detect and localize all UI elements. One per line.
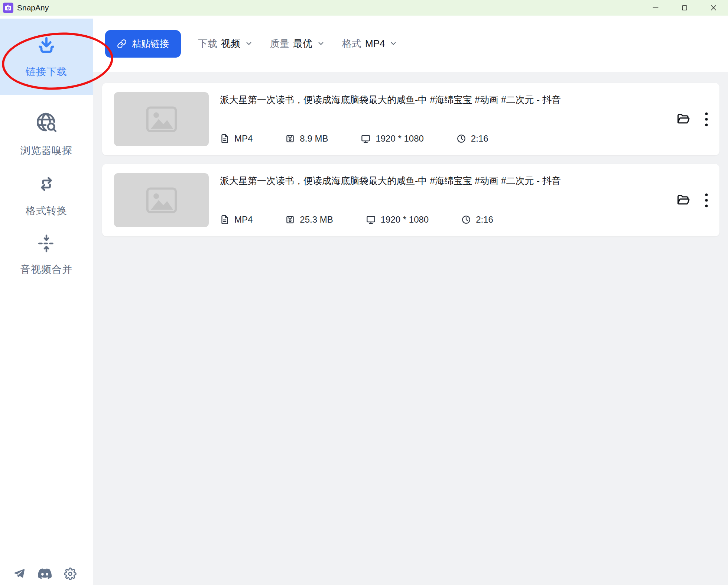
size-meta: 8.9 MB xyxy=(285,133,328,144)
sidebar: 链接下载 浏览器嗅探 xyxy=(0,16,93,585)
size-meta: 25.3 MB xyxy=(285,214,333,225)
format-value: MP4 xyxy=(234,133,253,144)
format-dropdown[interactable]: 格式 MP4 xyxy=(342,37,397,50)
sidebar-item-format-convert[interactable]: 格式转换 xyxy=(0,173,93,217)
main-layout: 链接下载 浏览器嗅探 xyxy=(0,16,728,585)
download-title: 派大星第一次读书，便读成海底脑袋最大的咸鱼-中 #海绵宝宝 #动画 #二次元 -… xyxy=(220,94,671,106)
card-actions xyxy=(677,111,708,127)
link-download-icon xyxy=(36,35,57,58)
quality-dropdown[interactable]: 质量 最优 xyxy=(270,37,325,50)
chevron-down-icon xyxy=(317,39,325,50)
resolution-meta: 1920 * 1080 xyxy=(366,214,429,225)
resolution-value: 1920 * 1080 xyxy=(381,214,429,225)
download-meta: MP4 8.9 MB xyxy=(220,133,671,144)
window-controls xyxy=(641,0,728,16)
minimize-button[interactable] xyxy=(641,0,670,16)
chevron-down-icon xyxy=(245,39,253,50)
download-card: 派大星第一次读书，便读成海底脑袋最大的咸鱼-中 #海绵宝宝 #动画 #二次元 -… xyxy=(102,164,719,236)
paste-link-button[interactable]: 粘贴链接 xyxy=(105,30,181,58)
sidebar-item-label: 链接下载 xyxy=(26,65,67,78)
duration-meta: 2:16 xyxy=(456,133,488,144)
resolution-meta: 1920 * 1080 xyxy=(361,133,423,144)
close-button[interactable] xyxy=(699,0,728,16)
size-value: 25.3 MB xyxy=(300,214,333,225)
more-options-kebab-icon[interactable] xyxy=(705,193,708,208)
file-icon xyxy=(220,215,230,224)
video-thumbnail-placeholder xyxy=(114,173,209,227)
format-meta: MP4 xyxy=(220,133,253,144)
sidebar-item-browser-sniffer[interactable]: 浏览器嗅探 xyxy=(0,110,93,157)
download-type-dropdown[interactable]: 下载 视频 xyxy=(198,37,253,50)
dropdown-label: 下载 xyxy=(198,37,217,50)
title-bar: SnapAny xyxy=(0,0,728,16)
more-options-kebab-icon[interactable] xyxy=(705,111,708,127)
clock-icon xyxy=(456,134,466,143)
download-card: 派大星第一次读书，便读成海底脑袋最大的咸鱼-中 #海绵宝宝 #动画 #二次元 -… xyxy=(102,83,719,155)
dropdown-value: 视频 xyxy=(221,37,240,50)
download-title: 派大星第一次读书，便读成海底脑袋最大的咸鱼-中 #海绵宝宝 #动画 #二次元 -… xyxy=(220,175,671,187)
format-value: MP4 xyxy=(234,214,253,225)
maximize-button[interactable] xyxy=(670,0,699,16)
floppy-disk-icon xyxy=(285,215,295,224)
dropdown-value: MP4 xyxy=(365,38,385,49)
duration-meta: 2:16 xyxy=(461,214,493,225)
download-meta: MP4 25.3 MB xyxy=(220,214,671,225)
download-list: 派大星第一次读书，便读成海底脑袋最大的咸鱼-中 #海绵宝宝 #动画 #二次元 -… xyxy=(93,72,728,236)
sidebar-item-link-download[interactable]: 链接下载 xyxy=(0,19,93,95)
dropdown-label: 质量 xyxy=(270,37,289,50)
app-title: SnapAny xyxy=(17,3,49,12)
download-info: 派大星第一次读书，便读成海底脑袋最大的咸鱼-中 #海绵宝宝 #动画 #二次元 -… xyxy=(220,92,671,146)
monitor-icon xyxy=(361,134,371,144)
monitor-icon xyxy=(366,215,376,225)
download-info: 派大星第一次读书，便读成海底脑袋最大的咸鱼-中 #海绵宝宝 #动画 #二次元 -… xyxy=(220,173,671,227)
clock-icon xyxy=(461,215,471,224)
link-icon xyxy=(117,39,127,49)
settings-gear-icon[interactable] xyxy=(64,568,77,580)
file-icon xyxy=(220,134,230,143)
dropdown-label: 格式 xyxy=(342,37,361,50)
format-meta: MP4 xyxy=(220,214,253,225)
video-thumbnail-placeholder xyxy=(114,92,209,146)
duration-value: 2:16 xyxy=(476,214,493,225)
content-area: 粘贴链接 下载 视频 质量 最优 格式 MP4 xyxy=(93,16,728,585)
format-convert-icon xyxy=(35,173,58,197)
open-folder-icon[interactable] xyxy=(677,113,690,125)
app-logo-camera-icon xyxy=(3,3,13,13)
sidebar-item-label: 音视频合并 xyxy=(20,263,72,276)
sidebar-item-label: 格式转换 xyxy=(26,204,67,217)
sidebar-item-label: 浏览器嗅探 xyxy=(20,144,72,157)
toolbar: 粘贴链接 下载 视频 质量 最优 格式 MP4 xyxy=(93,16,728,72)
open-folder-icon[interactable] xyxy=(677,194,690,206)
av-merge-icon xyxy=(36,233,57,255)
telegram-icon[interactable] xyxy=(13,568,26,580)
chevron-down-icon xyxy=(389,39,397,50)
discord-icon[interactable] xyxy=(38,567,52,581)
browser-sniffer-icon xyxy=(34,110,59,136)
resolution-value: 1920 * 1080 xyxy=(376,133,423,144)
size-value: 8.9 MB xyxy=(300,133,328,144)
card-actions xyxy=(677,193,708,208)
sidebar-footer xyxy=(13,567,77,581)
sidebar-item-av-merge[interactable]: 音视频合并 xyxy=(0,233,93,276)
floppy-disk-icon xyxy=(285,134,295,143)
dropdown-value: 最优 xyxy=(293,37,312,50)
paste-link-label: 粘贴链接 xyxy=(132,38,169,50)
duration-value: 2:16 xyxy=(471,133,488,144)
